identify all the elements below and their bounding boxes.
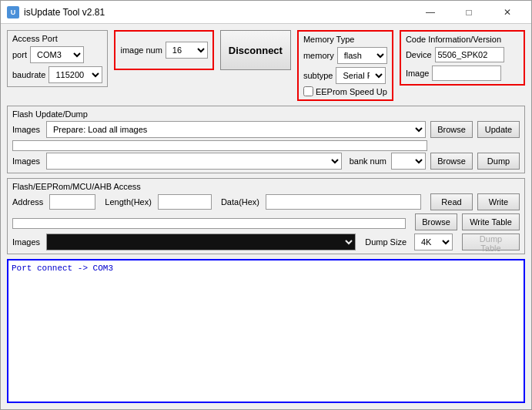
flash-images-row1: Images Prepare: Load all images Browse U… <box>12 121 520 138</box>
bank-num-label: bank num <box>350 156 386 166</box>
code-info-section: Code Information/Version Device Image <box>400 30 525 86</box>
browse-write-row: Browse Write Table <box>12 213 520 230</box>
browse-button3[interactable]: Browse <box>415 213 457 230</box>
disconnect-button[interactable]: Disconnect <box>220 30 291 70</box>
length-input[interactable] <box>158 194 212 210</box>
subtype-label: subtype <box>303 71 333 80</box>
image-num-select[interactable]: 16 1 2 4 8 <box>166 42 208 59</box>
update-button[interactable]: Update <box>477 121 520 138</box>
subtype-row: subtype Serial Flas Parallel NOR <box>303 67 387 84</box>
top-section: Access Port port COM3 COM4 COM5 baudrate… <box>7 30 525 101</box>
close-button[interactable]: ✕ <box>490 4 525 21</box>
main-content: Access Port port COM3 COM4 COM5 baudrate… <box>1 24 531 409</box>
flash-images-row2: Images bank num Browse Rehex <box>12 153 520 170</box>
dump-size-select[interactable]: 4K 8K 16K 32K 64K <box>414 234 453 250</box>
images-label3: Images <box>12 237 42 247</box>
flash-mcu-label: Flash/EEPRom/MCU/AHB Access <box>12 182 520 191</box>
progress-bar2 <box>12 218 406 229</box>
device-input[interactable] <box>435 47 504 62</box>
eeprom-speed-label[interactable]: EEProm Speed Up <box>303 86 387 96</box>
memory-type-section: Memory Type memory flash eeprom ahb subt… <box>297 30 393 101</box>
main-window: U isUpdate Tool v2.81 — □ ✕ Access Port … <box>0 0 532 410</box>
write-table-button[interactable]: Write Table <box>462 213 520 230</box>
port-select[interactable]: COM3 COM4 COM5 <box>30 46 84 63</box>
baudrate-row: baudrate 115200 9600 230400 <box>12 66 102 83</box>
dump-size-label: Dump Size <box>365 237 407 247</box>
access-port-section: Access Port port COM3 COM4 COM5 baudrate… <box>7 30 108 87</box>
address-label: Address <box>12 197 43 207</box>
eeprom-row: EEProm Speed Up <box>303 86 387 96</box>
images-select3[interactable] <box>46 234 356 250</box>
flash-mcu-section: Flash/EEPRom/MCU/AHB Access Address Leng… <box>7 178 525 254</box>
data-input[interactable] <box>266 194 421 210</box>
memory-row: memory flash eeprom ahb <box>303 47 387 64</box>
memory-select[interactable]: flash eeprom ahb <box>337 47 387 64</box>
app-icon: U <box>7 6 19 18</box>
code-info-label: Code Information/Version <box>406 35 519 44</box>
title-bar: U isUpdate Tool v2.81 — □ ✕ <box>1 1 531 24</box>
browse-button1[interactable]: Browse <box>430 121 473 138</box>
access-port-label: Access Port <box>12 34 102 43</box>
baudrate-label: baudrate <box>12 70 45 79</box>
image-num-label: image num <box>120 45 162 55</box>
flash-update-section: Flash Update/Dump Images Prepare: Load a… <box>7 106 525 173</box>
dump-table-row: Images Dump Size 4K 8K 16K 32K 64K Dump … <box>12 234 520 250</box>
image-num-section: image num 16 1 2 4 8 <box>114 30 213 70</box>
window-title: isUpdate Tool v2.81 <box>24 7 105 18</box>
log-box: Port connect -> COM3 <box>7 259 525 403</box>
read-button[interactable]: Read <box>430 193 473 210</box>
dump-table-button[interactable]: Dump Table <box>462 234 520 250</box>
memory-type-label: Memory Type <box>303 35 387 44</box>
address-row: Address Length(Hex) Data(Hex) Read Write <box>12 193 520 210</box>
log-text: Port connect -> COM3 <box>12 264 113 273</box>
image-label: Image <box>406 69 430 78</box>
port-label: port <box>12 50 27 59</box>
images-label1: Images <box>12 125 42 134</box>
image-row: Image <box>406 66 519 81</box>
write-button[interactable]: Write <box>477 193 520 210</box>
bank-num-select[interactable] <box>391 153 426 170</box>
minimize-button[interactable]: — <box>413 4 448 21</box>
eeprom-speed-checkbox[interactable] <box>303 86 313 96</box>
maximize-button[interactable]: □ <box>451 4 487 21</box>
app-icon-text: U <box>11 8 16 16</box>
images-select2[interactable] <box>46 153 342 170</box>
browse-button2[interactable]: Browse <box>430 153 473 170</box>
port-row: port COM3 COM4 COM5 <box>12 46 102 63</box>
address-input[interactable] <box>49 194 95 210</box>
dump-button[interactable]: Dump <box>477 153 520 170</box>
device-label: Device <box>406 50 432 59</box>
progress-bar1 <box>12 140 427 151</box>
length-label: Length(Hex) <box>105 197 152 207</box>
memory-label: memory <box>303 51 334 60</box>
title-bar-left: U isUpdate Tool v2.81 <box>7 6 105 18</box>
subtype-select[interactable]: Serial Flas Parallel NOR <box>336 67 386 84</box>
eeprom-speed-text: EEProm Speed Up <box>316 87 387 96</box>
images-label2: Images <box>12 156 42 166</box>
device-row: Device <box>406 47 519 62</box>
title-controls: — □ ✕ <box>413 4 525 21</box>
flash-update-label: Flash Update/Dump <box>12 109 520 119</box>
image-input[interactable] <box>432 66 501 81</box>
images-select1[interactable]: Prepare: Load all images <box>46 121 426 138</box>
data-label: Data(Hex) <box>221 197 259 207</box>
baudrate-select[interactable]: 115200 9600 230400 <box>49 66 102 83</box>
